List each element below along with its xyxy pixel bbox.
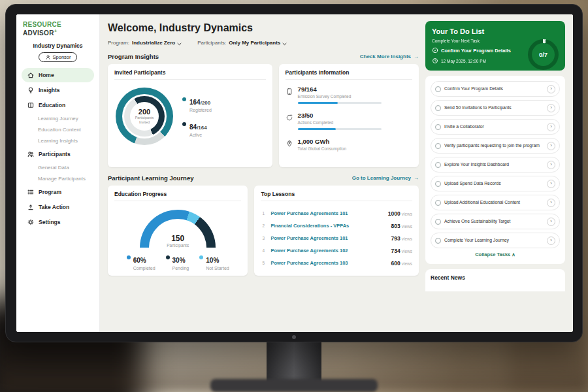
task-open-button[interactable]: › bbox=[547, 161, 555, 169]
sidebar-item-home[interactable]: Home bbox=[22, 68, 94, 82]
lesson-rank: 1 bbox=[261, 211, 266, 216]
legend-item-pending: 30% Pending bbox=[166, 253, 189, 270]
task-open-button[interactable]: › bbox=[547, 180, 555, 188]
sidebar-item-general-data[interactable]: General Data bbox=[22, 162, 94, 173]
sidebar-item-program[interactable]: Program bbox=[22, 185, 94, 199]
sidebar-item-education-content[interactable]: Education Content bbox=[22, 124, 94, 135]
legend-total: /200 bbox=[201, 100, 211, 106]
todo-task-row[interactable]: Explore Your Insights Dashboard › bbox=[431, 157, 560, 172]
card-title: Top Lessons bbox=[261, 191, 412, 201]
task-label: Upload Additional Educational Content bbox=[444, 200, 544, 206]
monitor-logo-dot bbox=[292, 335, 296, 339]
lesson-link[interactable]: Power Purchase Agreements 101 bbox=[270, 235, 386, 241]
gear-icon bbox=[27, 218, 35, 226]
program-list-icon bbox=[27, 188, 35, 196]
app-window: RESOURCE ADVISOR+ Industry Dynamics Spon… bbox=[16, 14, 573, 332]
lesson-link[interactable]: Financial Considerations - VPPAs bbox=[270, 223, 386, 229]
location-pin-icon bbox=[286, 139, 293, 146]
task-label: Complete Your Learning Journey bbox=[444, 238, 544, 244]
todo-task-row[interactable]: Send 50 Invitations to Participants › bbox=[431, 100, 560, 116]
program-filter-label: Program: bbox=[108, 40, 129, 46]
card-title: Invited Participants bbox=[114, 69, 266, 80]
check-more-insights-link[interactable]: Check More Insights → bbox=[360, 54, 419, 59]
task-label: Explore Your Insights Dashboard bbox=[444, 162, 544, 168]
task-open-button[interactable]: › bbox=[547, 85, 555, 93]
task-open-button[interactable]: › bbox=[547, 218, 555, 226]
participants-filter: Participants: Only My Participants bbox=[197, 40, 287, 46]
todo-summary-card: Your To Do List Complete Your Next Task:… bbox=[425, 21, 565, 71]
metric-value: 1,000 GWh bbox=[298, 138, 346, 145]
sidebar-item-learning-journey[interactable]: Learning Journey bbox=[22, 113, 94, 124]
metric-value: 79/164 bbox=[298, 86, 382, 93]
lesson-link[interactable]: Power Purchase Agreements 103 bbox=[270, 260, 386, 266]
metric-value: 23/50 bbox=[298, 112, 382, 119]
lesson-link[interactable]: Power Purchase Agreements 101 bbox=[270, 210, 383, 216]
task-label: Send 50 Invitations to Participants bbox=[444, 105, 544, 111]
lesson-row: 4 Power Purchase Agreements 102 734views bbox=[261, 244, 412, 257]
task-checkbox[interactable] bbox=[435, 162, 441, 168]
sponsor-badge[interactable]: Sponsor bbox=[39, 52, 78, 62]
task-open-button[interactable]: › bbox=[547, 123, 555, 131]
participants-filter-dropdown[interactable]: Only My Participants bbox=[229, 40, 287, 46]
task-checkbox[interactable] bbox=[435, 200, 441, 206]
task-checkbox[interactable] bbox=[435, 238, 441, 244]
views-suffix: views bbox=[402, 237, 412, 241]
task-open-button[interactable]: › bbox=[547, 104, 555, 112]
legend-dot bbox=[182, 97, 186, 101]
task-open-button[interactable]: › bbox=[547, 237, 555, 245]
sidebar-item-label: Participants bbox=[39, 151, 71, 157]
sidebar-item-take-action[interactable]: Take Action bbox=[22, 200, 94, 214]
clock-icon bbox=[432, 57, 438, 64]
todo-task-row[interactable]: Upload Additional Educational Content › bbox=[431, 195, 560, 210]
chevron-right-icon: › bbox=[550, 86, 552, 91]
refresh-icon bbox=[286, 112, 293, 120]
sidebar-item-participants[interactable]: Participants bbox=[22, 147, 94, 161]
legend-value: 164 bbox=[189, 99, 201, 106]
todo-task-row[interactable]: Upload Spend Data Records › bbox=[431, 176, 560, 191]
lesson-views: 793 bbox=[391, 235, 400, 242]
legend-item-registered: 164/200 Registered bbox=[182, 95, 212, 112]
recent-news-title: Recent News bbox=[431, 274, 560, 281]
lesson-views: 803 bbox=[391, 223, 400, 229]
card-title: Participants Information bbox=[286, 69, 412, 80]
todo-task-row[interactable]: Achieve One Sustainability Target › bbox=[431, 214, 560, 229]
sidebar-item-manage-participants[interactable]: Manage Participants bbox=[22, 173, 94, 184]
sidebar-item-settings[interactable]: Settings bbox=[22, 215, 94, 229]
sidebar-item-education[interactable]: Education bbox=[22, 98, 94, 112]
invited-participants-donut-chart: 200 Participants Invited bbox=[116, 88, 173, 145]
task-open-button[interactable]: › bbox=[547, 142, 555, 150]
chevron-right-icon: › bbox=[550, 162, 552, 167]
sidebar-item-learning-insights[interactable]: Learning Insights bbox=[22, 135, 94, 146]
sidebar-item-insights[interactable]: Insights bbox=[22, 83, 94, 97]
task-checkbox[interactable] bbox=[435, 143, 441, 149]
legend-value: 60% bbox=[133, 257, 146, 264]
education-icon bbox=[27, 101, 35, 109]
task-label: Upload Spend Data Records bbox=[444, 181, 544, 187]
lesson-link[interactable]: Power Purchase Agreements 102 bbox=[270, 248, 386, 253]
todo-task-row[interactable]: Verify participants requesting to join t… bbox=[431, 138, 560, 154]
lesson-row: 5 Power Purchase Agreements 103 600views bbox=[261, 257, 412, 269]
metric-label: Actions Completed bbox=[298, 120, 382, 125]
task-checkbox[interactable] bbox=[435, 181, 441, 187]
todo-task-row[interactable]: Invite a Collaborator › bbox=[431, 119, 560, 135]
task-checkbox[interactable] bbox=[435, 105, 441, 111]
gauge-legend: 60% Completed 30% Pending bbox=[127, 253, 229, 270]
task-checkbox[interactable] bbox=[435, 124, 441, 130]
task-checkbox[interactable] bbox=[435, 86, 441, 92]
filter-bar: Program: Industrialize Zero Participants… bbox=[108, 40, 419, 46]
legend-label: Active bbox=[189, 133, 207, 137]
program-filter-dropdown[interactable]: Industrialize Zero bbox=[132, 40, 182, 46]
program-filter-value: Industrialize Zero bbox=[132, 40, 175, 46]
collapse-tasks-link[interactable]: Collapse Tasks ∧ bbox=[431, 252, 560, 257]
lesson-row: 2 Financial Considerations - VPPAs 803vi… bbox=[261, 220, 412, 232]
task-label: Verify participants requesting to join t… bbox=[444, 143, 544, 149]
sidebar-item-label: Take Action bbox=[39, 204, 69, 210]
gauge-center-label: Participants bbox=[140, 243, 216, 248]
views-suffix: views bbox=[402, 249, 412, 253]
task-checkbox[interactable] bbox=[435, 219, 441, 225]
todo-task-row[interactable]: Complete Your Learning Journey › bbox=[431, 233, 560, 248]
arrow-right-icon: → bbox=[414, 175, 419, 181]
task-open-button[interactable]: › bbox=[547, 199, 555, 207]
go-to-learning-journey-link[interactable]: Go to Learning Journey → bbox=[352, 175, 419, 181]
todo-task-row[interactable]: Confirm Your Program Details › bbox=[431, 81, 560, 97]
